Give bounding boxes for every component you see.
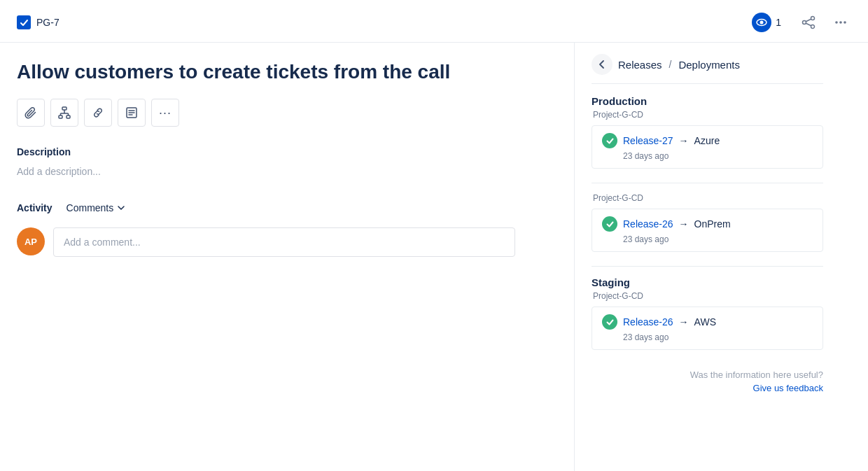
svg-point-7 [835,21,838,24]
deployment-row-onprem: Release-26 → OnPrem [602,216,813,232]
description-placeholder[interactable]: Add a description... [17,163,552,180]
eye-icon [752,13,771,32]
attachment-button[interactable] [17,99,45,127]
production-title: Production [592,95,823,107]
onprem-deploy-time: 23 days ago [602,234,813,244]
staging-env-section: Staging Project-G-CD Release-26 → AWS 23… [592,276,823,350]
header-right: 1 [746,10,851,35]
arrow-icon-3: → [679,316,689,328]
feedback-question: Was the information here useful? [592,370,823,380]
production-project-label: Project-G-CD [592,110,823,120]
description-section: Description Add a description... [17,146,552,180]
arrow-icon-2: → [679,218,689,230]
aws-target: AWS [694,316,716,328]
aws-deploy-time: 23 days ago [602,332,813,342]
breadcrumb-releases: Releases [618,59,662,71]
page-container: PG-7 1 [0,0,868,471]
share-button[interactable] [798,12,819,33]
success-check-icon-3 [602,314,617,330]
watchers-count: 1 [776,17,781,28]
left-panel: Allow customers to create tickets from t… [0,43,574,471]
ticket-checkbox-icon [17,15,31,29]
svg-point-4 [811,25,815,29]
toolbar: ··· [17,99,552,127]
issue-title: Allow customers to create tickets from t… [17,59,552,85]
comments-filter-label: Comments [66,202,114,213]
feedback-section: Was the information here useful? Give us… [592,364,823,393]
svg-line-6 [806,23,811,25]
arrow-icon: → [679,135,689,146]
hierarchy-button[interactable] [50,99,78,127]
link-button[interactable] [84,99,112,127]
watchers-button[interactable]: 1 [746,10,787,35]
more-options-button[interactable] [830,12,851,33]
comment-input[interactable]: Add a comment... [53,227,515,257]
svg-point-1 [760,21,764,24]
comment-placeholder: Add a comment... [64,237,141,248]
feedback-link[interactable]: Give us feedback [592,383,823,393]
svg-line-5 [806,19,811,21]
description-label: Description [17,146,552,157]
breadcrumb-separator: / [669,59,672,70]
header-bar: PG-7 1 [0,0,868,43]
svg-point-8 [839,21,842,24]
activity-row: Activity Comments [17,199,552,216]
release-26-onprem-link[interactable]: Release-26 [623,218,673,230]
user-avatar: AP [17,227,45,255]
divider-2 [592,266,823,267]
header-left: PG-7 [17,15,59,29]
azure-target: Azure [694,135,720,146]
svg-point-2 [811,17,815,20]
activity-section: Activity Comments AP Add a comment... [17,199,552,257]
svg-point-3 [803,21,806,24]
release-26-aws-link[interactable]: Release-26 [623,316,673,328]
divider-1 [592,183,823,183]
comment-area: AP Add a comment... [17,227,552,257]
right-panel: Releases / Deployments Production Projec… [574,43,840,471]
svg-rect-11 [59,115,62,118]
onprem-target: OnPrem [694,218,731,230]
onprem-project-label: Project-G-CD [592,193,823,203]
back-navigation: Releases / Deployments [592,54,823,84]
comments-filter-dropdown[interactable]: Comments [61,199,132,216]
main-content: Allow customers to create tickets from t… [0,43,868,471]
svg-point-9 [844,21,846,24]
success-check-icon [602,133,617,148]
deployment-row-aws: Release-26 → AWS [602,314,813,330]
svg-rect-12 [66,115,70,118]
activity-label: Activity [17,202,52,213]
staging-title: Staging [592,276,823,288]
back-button[interactable] [592,54,612,75]
svg-rect-10 [62,107,66,110]
release-27-link[interactable]: Release-27 [623,135,673,146]
azure-deploy-time: 23 days ago [602,151,813,161]
deployment-card-onprem: Release-26 → OnPrem 23 days ago [592,209,823,252]
staging-project-label: Project-G-CD [592,291,823,301]
more-toolbar-button[interactable]: ··· [151,99,179,127]
deployment-row-azure: Release-27 → Azure [602,133,813,148]
ticket-id: PG-7 [36,17,59,28]
success-check-icon-2 [602,216,617,232]
deployment-card-aws: Release-26 → AWS 23 days ago [592,307,823,350]
breadcrumb-deployments: Deployments [678,59,740,71]
onprem-env-section: Project-G-CD Release-26 → OnPrem 23 days… [592,193,823,252]
notes-button[interactable] [118,99,146,127]
deployment-card-azure: Release-27 → Azure 23 days ago [592,125,823,169]
production-env-section: Production Project-G-CD Release-27 → Azu… [592,95,823,169]
